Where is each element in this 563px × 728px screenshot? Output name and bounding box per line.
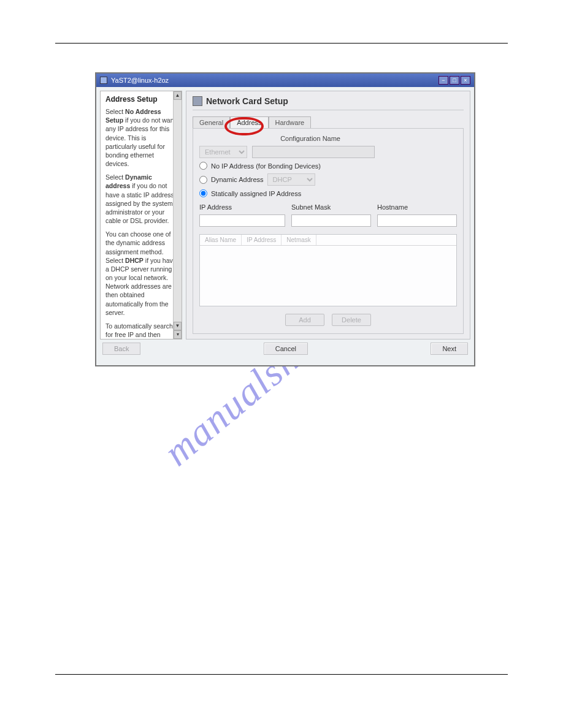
- help-bold: DHCP: [125, 257, 144, 264]
- radio-static-input[interactable]: [199, 189, 207, 197]
- panel-heading-row: Network Card Setup: [193, 96, 464, 106]
- maximize-button[interactable]: □: [450, 76, 459, 85]
- add-button: Add: [285, 314, 324, 326]
- subnet-mask-input[interactable]: [291, 214, 371, 227]
- main-panel: Network Card Setup General Address Hardw…: [186, 91, 470, 339]
- radio-static-label: Statically assigned IP Address: [211, 190, 301, 197]
- help-text: To automatically search for free IP and …: [105, 322, 175, 339]
- help-paragraph: Select Dynamic address if you do not hav…: [105, 173, 178, 225]
- radio-no-ip[interactable]: No IP Address (for Bonding Devices): [199, 162, 457, 170]
- back-button: Back: [102, 343, 140, 355]
- scroll-up-icon[interactable]: ▲: [174, 91, 182, 100]
- tab-general[interactable]: General: [193, 116, 230, 128]
- address-form: . Configuration Name Ethernet No IP Addr…: [193, 128, 464, 334]
- col-ip-address: IP Address: [242, 235, 282, 245]
- heading-separator: [193, 110, 464, 110]
- col-alias-name: Alias Name: [200, 235, 242, 245]
- page-top-rule: [55, 43, 508, 44]
- hostname-label: Hostname: [377, 203, 457, 211]
- ip-address-label: IP Address: [199, 203, 285, 211]
- help-paragraph: You can choose one of the dynamic addres…: [105, 230, 178, 317]
- additional-addresses-box: Alias Name IP Address Netmask: [199, 234, 457, 306]
- additional-addresses-list[interactable]: [200, 246, 456, 306]
- help-text: Select: [105, 173, 125, 181]
- radio-static[interactable]: Statically assigned IP Address: [199, 189, 457, 197]
- help-panel: Address Setup Select No Address Setup if…: [100, 91, 182, 339]
- panel-title: Network Card Setup: [206, 96, 288, 106]
- tab-address[interactable]: Address: [230, 116, 268, 128]
- wizard-button-bar: Back Cancel Next: [100, 339, 470, 358]
- window-titlebar: YaST2@linux-h2oz − □ ×: [96, 74, 474, 87]
- help-paragraph: Select No Address Setup if you do not wa…: [105, 107, 178, 168]
- radio-dynamic-label: Dynamic Address: [211, 176, 264, 183]
- help-heading: Address Setup: [105, 95, 178, 104]
- network-card-icon: [193, 96, 202, 106]
- scroll-down2-icon[interactable]: ▾: [174, 330, 182, 339]
- dynamic-method-select: DHCP: [267, 173, 315, 186]
- help-text: if you have a DHCP server running on you…: [105, 257, 177, 316]
- tab-bar: General Address Hardware: [193, 116, 464, 128]
- additional-addresses-header: Alias Name IP Address Netmask: [200, 235, 456, 246]
- help-scrollbar[interactable]: ▲ ▼ ▾: [173, 91, 182, 339]
- screenshot-frame: YaST2@linux-h2oz − □ × Address Setup Sel…: [95, 72, 475, 366]
- close-button[interactable]: ×: [461, 76, 470, 85]
- help-text: if you do not want any IP address for th…: [105, 116, 175, 167]
- scroll-down-icon[interactable]: ▼: [174, 322, 182, 330]
- minimize-button[interactable]: −: [439, 76, 448, 85]
- hostname-input[interactable]: [377, 214, 457, 227]
- radio-no-ip-label: No IP Address (for Bonding Devices): [211, 162, 321, 170]
- radio-dynamic-input[interactable]: [199, 176, 207, 184]
- config-name-label: Configuration Name: [280, 135, 340, 142]
- scroll-track[interactable]: [174, 100, 182, 322]
- delete-button: Delete: [332, 314, 371, 326]
- radio-no-ip-input[interactable]: [199, 162, 207, 170]
- page-bottom-rule: [55, 674, 508, 675]
- help-paragraph: To automatically search for free IP and …: [105, 322, 178, 339]
- cancel-button[interactable]: Cancel: [264, 343, 308, 355]
- help-text: Select: [105, 108, 125, 115]
- ip-address-input[interactable]: [199, 214, 285, 227]
- tab-hardware[interactable]: Hardware: [269, 116, 312, 128]
- app-icon: [100, 77, 107, 84]
- window-title: YaST2@linux-h2oz: [111, 77, 169, 84]
- subnet-mask-label: Subnet Mask: [291, 203, 371, 211]
- config-name-input: [252, 146, 375, 158]
- window-body: Address Setup Select No Address Setup if…: [96, 87, 474, 365]
- col-netmask: Netmask: [282, 235, 316, 245]
- device-type-select: Ethernet: [199, 146, 247, 158]
- next-button[interactable]: Next: [431, 343, 468, 355]
